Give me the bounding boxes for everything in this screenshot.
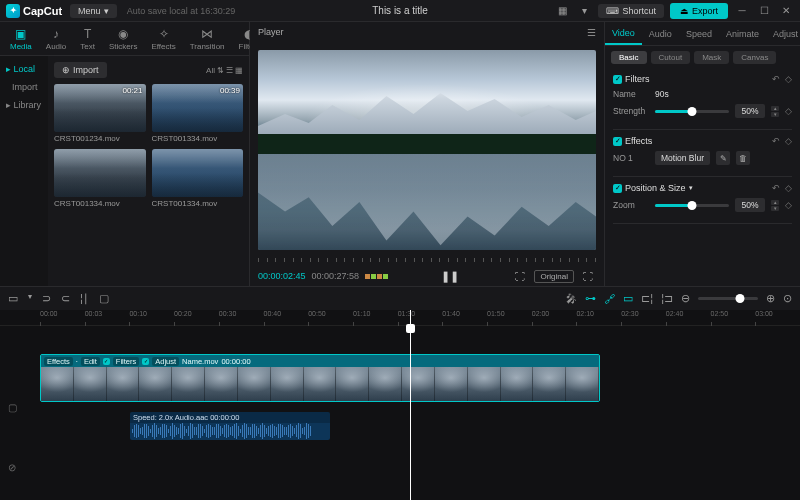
preview-panel: Player ☰ 00:00:02:45 00:00:27:58 ❚❚ ⛶ Or… — [250, 22, 605, 286]
reset-icon[interactable]: ◇ — [785, 106, 792, 116]
zoom-value[interactable]: 50% — [735, 198, 765, 212]
align-icon[interactable]: ¦⊐ — [661, 292, 673, 305]
audio-clip[interactable]: Speed: 2.0x Audio.aac 00:00:00 — [130, 412, 330, 440]
section-filters[interactable]: ✓Filters — [613, 74, 650, 84]
shortcut-button[interactable]: ⌨ Shortcut — [598, 4, 664, 18]
player-menu-icon[interactable]: ☰ — [587, 27, 596, 38]
delete-effect-icon[interactable]: 🗑 — [736, 151, 750, 165]
video-clip[interactable]: Effects· Edit ✓ Filters ✓ Adjust Name.mo… — [40, 354, 600, 402]
media-clip[interactable]: 00:39CRST001334.mov — [152, 84, 244, 143]
undo-icon[interactable]: ↶ — [772, 183, 780, 193]
checkbox-icon[interactable]: ✓ — [613, 137, 622, 146]
quality-selector[interactable]: Original — [534, 270, 574, 283]
strength-value[interactable]: 50% — [735, 104, 765, 118]
mic-icon[interactable]: 🎤︎ — [566, 293, 577, 305]
audio-track-icon[interactable]: ⊘ — [8, 462, 16, 473]
align-icon[interactable]: ⊏¦ — [641, 292, 653, 305]
minimize-icon[interactable]: ─ — [734, 3, 750, 19]
undo-icon[interactable]: ↶ — [772, 74, 780, 84]
playhead[interactable] — [410, 310, 411, 500]
time-ruler[interactable]: 00:0000:0300:1000:2000:3000:4000:5001:10… — [0, 310, 800, 326]
section-position[interactable]: ✓Position & Size ▾ — [613, 183, 693, 193]
step-up-icon[interactable]: ▴ — [771, 200, 779, 205]
zoom-slider[interactable] — [655, 204, 729, 207]
media-clip[interactable]: 00:21CRST001234.mov — [54, 84, 146, 143]
select-tool[interactable]: ▭ — [8, 292, 18, 305]
filter-all[interactable]: All — [206, 66, 215, 75]
subtab-canvas[interactable]: Canvas — [733, 51, 776, 64]
media-clip[interactable]: CRST001334.mov — [152, 149, 244, 208]
strength-slider[interactable] — [655, 110, 729, 113]
step-down-icon[interactable]: ▾ — [771, 206, 779, 211]
sidebar-item-local[interactable]: ▸ Local — [0, 60, 48, 78]
step-down-icon[interactable]: ▾ — [771, 112, 779, 117]
timeline-zoom-slider[interactable] — [698, 297, 758, 300]
sort-icon[interactable]: ⇅ — [217, 66, 224, 75]
keyframe-icon[interactable]: ◇ — [785, 136, 792, 146]
split-tool[interactable]: ¦∣ — [80, 292, 89, 305]
logo-icon: ✦ — [6, 4, 20, 18]
project-title[interactable]: This is a title — [372, 5, 428, 16]
inspector-tab-audio[interactable]: Audio — [642, 22, 679, 45]
chevron-down-icon[interactable]: ▾ — [576, 3, 592, 19]
tab-stickers[interactable]: ◉Stickers — [103, 25, 143, 53]
reset-icon[interactable]: ◇ — [785, 200, 792, 210]
inspector-panel: Video Audio Speed Animate Adjust Basic C… — [605, 22, 800, 286]
tab-audio[interactable]: ♪Audio — [40, 25, 72, 53]
preview-viewport[interactable] — [258, 50, 596, 250]
link-toggle[interactable]: 🔗︎ — [604, 293, 615, 305]
zoom-out-icon[interactable]: ⊖ — [681, 292, 690, 305]
keyframe-icon[interactable]: ◇ — [785, 74, 792, 84]
video-track-icon[interactable]: ▢ — [8, 402, 17, 413]
timeline[interactable]: 00:0000:0300:1000:2000:3000:4000:5001:10… — [0, 310, 800, 500]
tab-text[interactable]: TText — [74, 25, 101, 53]
undo-button[interactable]: ⊃ — [42, 292, 51, 305]
media-panel: ▣Media ♪Audio TText ◉Stickers ✧Effects ⋈… — [0, 22, 250, 286]
chevron-down-icon[interactable]: ▾ — [28, 292, 32, 305]
edit-effect-icon[interactable]: ✎ — [716, 151, 730, 165]
zoom-in-icon[interactable]: ⊕ — [766, 292, 775, 305]
chevron-down-icon: ▾ — [689, 184, 693, 192]
step-up-icon[interactable]: ▴ — [771, 106, 779, 111]
autosave-status: Auto save local at 16:30:29 — [127, 6, 236, 16]
color-indicator[interactable] — [365, 274, 388, 279]
inspector-tab-adjust[interactable]: Adjust — [766, 22, 800, 45]
snap-toggle[interactable]: ⊶ — [585, 292, 596, 305]
close-icon[interactable]: ✕ — [778, 3, 794, 19]
subtab-cutout[interactable]: Cutout — [651, 51, 691, 64]
inspector-tab-animate[interactable]: Animate — [719, 22, 766, 45]
play-pause-button[interactable]: ❚❚ — [441, 270, 459, 283]
tab-media[interactable]: ▣Media — [4, 25, 38, 53]
sidebar-item-import[interactable]: Import — [0, 78, 48, 96]
menu-button[interactable]: Menu▾ — [70, 4, 117, 18]
sidebar-item-library[interactable]: ▸ Library — [0, 96, 48, 114]
checkbox-icon[interactable]: ✓ — [613, 184, 622, 193]
subtab-basic[interactable]: Basic — [611, 51, 647, 64]
preview-toggle[interactable]: ▭ — [623, 292, 633, 305]
checkbox-icon[interactable]: ✓ — [613, 75, 622, 84]
subtab-mask[interactable]: Mask — [694, 51, 729, 64]
crop-icon[interactable]: ⛶ — [512, 268, 528, 284]
layout-icon[interactable]: ▦ — [554, 3, 570, 19]
import-button[interactable]: ⊕Import — [54, 62, 107, 78]
export-button[interactable]: ⏏ Export — [670, 3, 728, 19]
section-effects[interactable]: ✓Effects — [613, 136, 652, 146]
delete-tool[interactable]: ▢ — [99, 292, 109, 305]
maximize-icon[interactable]: ☐ — [756, 3, 772, 19]
fit-timeline-icon[interactable]: ⊙ — [783, 292, 792, 305]
media-clip[interactable]: CRST001334.mov — [54, 149, 146, 208]
keyframe-icon[interactable]: ◇ — [785, 183, 792, 193]
undo-icon[interactable]: ↶ — [772, 136, 780, 146]
inspector-tab-video[interactable]: Video — [605, 22, 642, 45]
redo-button[interactable]: ⊂ — [61, 292, 70, 305]
current-time: 00:00:02:45 — [258, 271, 306, 281]
filter-name: 90s — [655, 89, 669, 99]
fullscreen-icon[interactable]: ⛶ — [580, 268, 596, 284]
player-label: Player — [258, 27, 284, 37]
inspector-tab-speed[interactable]: Speed — [679, 22, 719, 45]
chevron-down-icon: ▾ — [104, 6, 109, 16]
list-view-icon[interactable]: ☰ — [226, 66, 233, 75]
grid-view-icon[interactable]: ▦ — [235, 66, 243, 75]
tab-effects[interactable]: ✧Effects — [145, 25, 181, 53]
tab-transition[interactable]: ⋈Transition — [184, 25, 231, 53]
